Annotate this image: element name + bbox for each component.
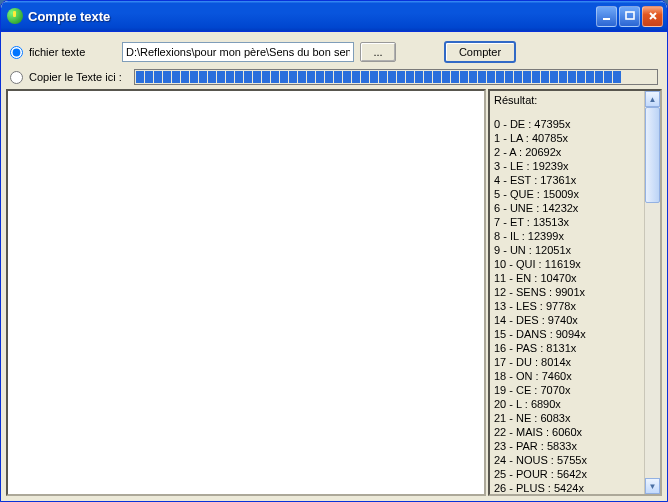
maximize-button[interactable] <box>619 6 640 27</box>
progress-segment <box>568 71 576 83</box>
scroll-thumb[interactable] <box>645 107 660 203</box>
progress-segment <box>505 71 513 83</box>
result-row: 1 - LA : 40785x <box>494 131 642 145</box>
progress-segment <box>433 71 441 83</box>
result-list: 0 - DE : 47395x1 - LA : 40785x2 - A : 20… <box>494 117 642 496</box>
result-row: 12 - SENS : 9901x <box>494 285 642 299</box>
progress-segment <box>577 71 585 83</box>
progress-segment <box>496 71 504 83</box>
progress-segment <box>199 71 207 83</box>
result-row: 26 - PLUS : 5424x <box>494 481 642 495</box>
progress-segment <box>271 71 279 83</box>
result-row: 3 - LE : 19239x <box>494 159 642 173</box>
result-row: 17 - DU : 8014x <box>494 355 642 369</box>
result-panel: Résultat: 0 - DE : 47395x1 - LA : 40785x… <box>488 89 662 496</box>
progress-segment <box>190 71 198 83</box>
radio-copy-label: Copier le Texte ici : <box>29 71 122 83</box>
result-row: 11 - EN : 10470x <box>494 271 642 285</box>
progress-segment <box>514 71 522 83</box>
progress-segment <box>298 71 306 83</box>
progress-segment <box>181 71 189 83</box>
option-copy-radio[interactable]: Copier le Texte ici : <box>10 71 128 84</box>
scroll-track[interactable] <box>645 107 660 478</box>
progress-segment <box>487 71 495 83</box>
progress-segment <box>145 71 153 83</box>
progress-segment <box>343 71 351 83</box>
scroll-down-arrow-icon[interactable]: ▼ <box>645 478 660 494</box>
result-row: 14 - DES : 9740x <box>494 313 642 327</box>
progress-segment <box>604 71 612 83</box>
progress-segment <box>163 71 171 83</box>
result-row: 9 - UN : 12051x <box>494 243 642 257</box>
progress-segment <box>397 71 405 83</box>
result-row: 22 - MAIS : 6060x <box>494 425 642 439</box>
svg-rect-0 <box>603 18 610 20</box>
progress-segment <box>289 71 297 83</box>
progress-segment <box>406 71 414 83</box>
progress-segment <box>388 71 396 83</box>
result-row: 21 - NE : 6083x <box>494 411 642 425</box>
progress-segment <box>352 71 360 83</box>
result-row: 23 - PAR : 5833x <box>494 439 642 453</box>
progress-segment <box>532 71 540 83</box>
option-file-radio[interactable]: fichier texte <box>10 46 116 59</box>
progress-segment <box>244 71 252 83</box>
result-header: Résultat: <box>494 93 642 107</box>
progress-segment <box>217 71 225 83</box>
result-row: 10 - QUI : 11619x <box>494 257 642 271</box>
result-row: 5 - QUE : 15009x <box>494 187 642 201</box>
scrollbar[interactable]: ▲ ▼ <box>644 91 660 494</box>
result-row: 19 - CE : 7070x <box>494 383 642 397</box>
progress-segment <box>469 71 477 83</box>
progress-segment <box>442 71 450 83</box>
close-button[interactable] <box>642 6 663 27</box>
client-area: fichier texte ... Compter Copier le Text… <box>1 31 667 501</box>
progress-segment <box>235 71 243 83</box>
progress-segment <box>424 71 432 83</box>
progress-segment <box>379 71 387 83</box>
result-row: 27 - PEUT : 5154x <box>494 495 642 496</box>
progress-segment <box>559 71 567 83</box>
titlebar[interactable]: Compte texte <box>1 1 667 31</box>
progress-segment <box>280 71 288 83</box>
svg-rect-1 <box>626 12 634 19</box>
progress-segment <box>523 71 531 83</box>
result-row: 8 - IL : 12399x <box>494 229 642 243</box>
progress-segment <box>595 71 603 83</box>
progress-segment <box>361 71 369 83</box>
progress-segment <box>208 71 216 83</box>
progress-segment <box>550 71 558 83</box>
count-button[interactable]: Compter <box>444 41 516 63</box>
result-row: 4 - EST : 17361x <box>494 173 642 187</box>
window-title: Compte texte <box>28 9 596 24</box>
text-area[interactable] <box>6 89 486 496</box>
result-row: 6 - UNE : 14232x <box>494 201 642 215</box>
progress-segment <box>154 71 162 83</box>
progress-segment <box>325 71 333 83</box>
radio-copy-input[interactable] <box>10 71 23 84</box>
scroll-up-arrow-icon[interactable]: ▲ <box>645 91 660 107</box>
result-row: 7 - ET : 13513x <box>494 215 642 229</box>
progress-segment <box>172 71 180 83</box>
progress-segment <box>415 71 423 83</box>
progress-segment <box>460 71 468 83</box>
path-input[interactable] <box>122 42 354 62</box>
result-row: 24 - NOUS : 5755x <box>494 453 642 467</box>
progress-bar <box>134 69 658 85</box>
progress-segment <box>307 71 315 83</box>
progress-segment <box>586 71 594 83</box>
result-row: 2 - A : 20692x <box>494 145 642 159</box>
result-row: 0 - DE : 47395x <box>494 117 642 131</box>
progress-segment <box>370 71 378 83</box>
progress-segment <box>613 71 621 83</box>
app-window: Compte texte fichier texte ... <box>0 0 668 502</box>
radio-file-input[interactable] <box>10 46 23 59</box>
progress-segment <box>226 71 234 83</box>
result-row: 16 - PAS : 8131x <box>494 341 642 355</box>
minimize-button[interactable] <box>596 6 617 27</box>
browse-button[interactable]: ... <box>360 42 396 62</box>
result-row: 25 - POUR : 5642x <box>494 467 642 481</box>
result-row: 20 - L : 6890x <box>494 397 642 411</box>
progress-segment <box>334 71 342 83</box>
progress-segment <box>541 71 549 83</box>
